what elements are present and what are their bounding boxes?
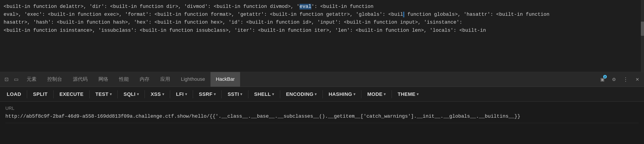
code-line-2: eval>, 'exec': <built-in function exec>,…	[4, 11, 640, 19]
devtools-right-icons: ▣ 2 ⚙ ⋮ ✕	[598, 75, 642, 84]
settings-icon: ⚙	[612, 77, 616, 82]
shell-arrow: ▾	[272, 92, 274, 96]
hashing-button[interactable]: HASHING ▾	[324, 89, 359, 100]
scrollbar-thumb[interactable]	[641, 22, 644, 36]
hackbar-toolbar: LOAD SPLIT EXECUTE TEST ▾ SQLI ▾ XSS ▾ L…	[0, 87, 644, 102]
device-icon[interactable]: ▭	[11, 72, 21, 87]
xss-button[interactable]: XSS ▾	[146, 89, 168, 100]
xss-arrow: ▾	[162, 92, 164, 96]
hashing-arrow: ▾	[354, 92, 356, 96]
url-divider	[6, 123, 638, 123]
tab-elements[interactable]: 元素	[21, 72, 42, 87]
scrollbar[interactable]	[641, 0, 644, 72]
inspect-icon[interactable]: ⊡	[2, 72, 11, 87]
lfi-arrow: ▾	[185, 92, 187, 96]
tab-console[interactable]: 控制台	[42, 72, 68, 87]
close-button[interactable]: ✕	[632, 75, 642, 84]
code-line-1: <built-in function delattr>, 'dir': <bui…	[4, 3, 640, 11]
mode-button[interactable]: MODE ▾	[363, 89, 390, 100]
divider-8	[222, 90, 222, 98]
notifications-button[interactable]: ▣ 2	[598, 75, 607, 84]
divider-2	[53, 90, 54, 98]
code-line-3: hasattr>, 'hash': <built-in function has…	[4, 19, 640, 26]
encoding-button[interactable]: ENCODING ▾	[282, 89, 321, 100]
theme-button[interactable]: THEME ▾	[394, 89, 423, 100]
ssti-button[interactable]: SSTI ▾	[224, 89, 246, 100]
theme-arrow: ▾	[417, 92, 419, 96]
lfi-button[interactable]: LFI ▾	[172, 89, 191, 100]
more-button[interactable]: ⋮	[621, 75, 630, 84]
tab-performance[interactable]: 性能	[114, 72, 134, 87]
more-icon: ⋮	[623, 76, 628, 83]
close-icon: ✕	[636, 77, 639, 82]
badge-count: 2	[603, 75, 607, 79]
devtools-tabbar: ⊡ ▭ 元素 控制台 源代码 网络 性能 内存 应用 Lighthouse Ha…	[0, 72, 644, 87]
tab-sources[interactable]: 源代码	[68, 72, 93, 87]
divider-3	[90, 90, 90, 98]
load-button[interactable]: LOAD	[3, 89, 25, 100]
tab-application[interactable]: 应用	[155, 72, 176, 87]
tab-memory[interactable]: 内存	[134, 72, 155, 87]
sqli-button[interactable]: SQLI ▾	[120, 89, 143, 100]
shell-button[interactable]: SHELL ▾	[250, 89, 278, 100]
encoding-arrow: ▾	[315, 92, 317, 96]
url-section: URL http://ab5f8c9f-2baf-46d9-a558-169dd…	[0, 102, 644, 127]
test-button[interactable]: TEST ▾	[92, 89, 116, 100]
url-label: URL	[6, 106, 638, 111]
ssrf-arrow: ▾	[214, 92, 216, 96]
eval-highlight: eval	[300, 4, 311, 10]
code-line-4: <built-in function isinstance>, 'issubcl…	[4, 27, 640, 34]
divider-12	[361, 90, 361, 98]
test-arrow: ▾	[110, 92, 112, 96]
url-value[interactable]: http://ab5f8c9f-2baf-46d9-a558-169dd813f…	[6, 113, 638, 120]
divider-11	[322, 90, 323, 98]
ssti-arrow: ▾	[240, 92, 242, 96]
divider-6	[170, 90, 170, 98]
divider-4	[118, 90, 118, 98]
sqli-arrow: ▾	[137, 92, 139, 96]
ssrf-button[interactable]: SSRF ▾	[195, 89, 220, 100]
split-button[interactable]: SPLIT	[29, 89, 52, 100]
divider-5	[144, 90, 145, 98]
divider-7	[193, 90, 193, 98]
tab-hackbar[interactable]: HackBar	[210, 72, 240, 87]
tab-lighthouse[interactable]: Lighthouse	[176, 72, 210, 87]
code-output: <built-in function delattr>, 'dir': <bui…	[0, 0, 644, 72]
mode-arrow: ▾	[384, 92, 386, 96]
execute-button[interactable]: EXECUTE	[55, 89, 88, 100]
divider-10	[280, 90, 280, 98]
divider-13	[392, 90, 392, 98]
settings-button[interactable]: ⚙	[609, 75, 619, 84]
tab-network[interactable]: 网络	[93, 72, 114, 87]
